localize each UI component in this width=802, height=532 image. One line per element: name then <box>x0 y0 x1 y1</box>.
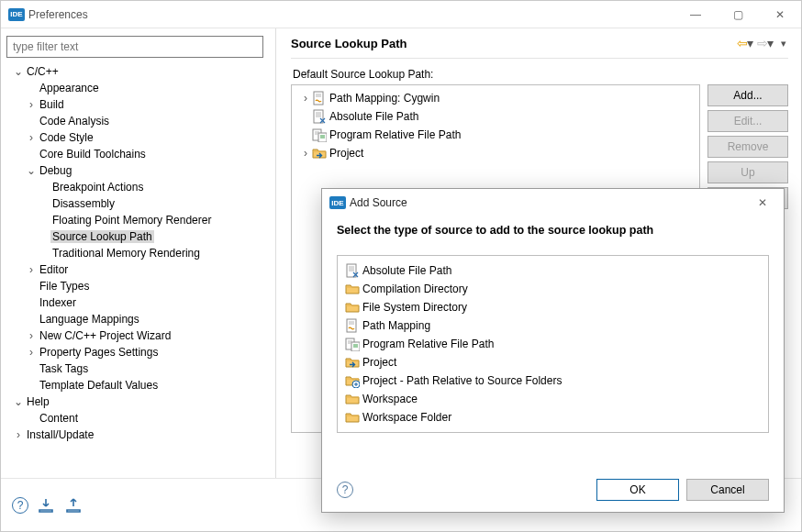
path-mapping-icon <box>312 91 327 105</box>
tree-label: Breakpoint Actions <box>50 181 145 194</box>
list-item[interactable]: Project - Path Relative to Source Folder… <box>343 371 763 390</box>
dialog-title: Add Source <box>350 196 741 209</box>
remove-button[interactable]: Remove <box>707 136 788 158</box>
list-label: Project <box>362 356 396 369</box>
tree-item-install-update[interactable]: ›Install/Update <box>6 427 266 443</box>
list-label: Project - Path Relative to Source Folder… <box>362 374 562 387</box>
add-button[interactable]: Add... <box>707 84 788 106</box>
tree-item-code-analysis[interactable]: Code Analysis <box>6 113 266 129</box>
tree-item-prop-pages[interactable]: ›Property Pages Settings <box>6 344 266 360</box>
expand-icon[interactable]: › <box>299 147 312 160</box>
preferences-tree[interactable]: ⌄C/C++ Appearance ›Build Code Analysis ›… <box>6 63 270 471</box>
tree-label: Indexer <box>38 296 78 309</box>
up-button[interactable]: Up <box>707 161 788 183</box>
tree-item-lang-mappings[interactable]: Language Mappings <box>6 311 266 327</box>
export-icon[interactable] <box>65 497 84 514</box>
tree-label: Template Default Values <box>38 379 160 392</box>
list-item[interactable]: ›Project <box>295 144 696 162</box>
expand-icon[interactable]: › <box>25 346 38 359</box>
list-item[interactable]: Program Relative File Path <box>295 126 696 144</box>
import-icon[interactable] <box>38 497 56 514</box>
tree-label: Floating Point Memory Renderer <box>50 214 213 227</box>
list-item[interactable]: Workspace <box>343 390 763 408</box>
expand-icon[interactable]: › <box>25 263 38 276</box>
tree-item-ccpp[interactable]: ⌄C/C++ <box>6 63 266 80</box>
forward-menu-icon[interactable]: ▾ <box>767 36 774 50</box>
list-item[interactable]: Program Relative File Path <box>343 335 763 353</box>
list-item[interactable]: File System Directory <box>343 298 763 316</box>
tree-label: Code Analysis <box>38 115 111 127</box>
preferences-window: IDE Preferences — ▢ ✕ ⌄C/C++ Appearance … <box>0 0 802 532</box>
file-path-icon <box>312 109 327 124</box>
list-item[interactable]: Compilation Directory <box>343 280 763 298</box>
list-item[interactable]: Path Mapping <box>343 316 763 335</box>
maximize-button[interactable]: ▢ <box>717 1 759 28</box>
list-item[interactable]: Absolute File Path <box>343 261 763 280</box>
tree-label: C/C++ <box>25 65 61 78</box>
tree-label: Language Mappings <box>38 313 141 326</box>
tree-item-appearance[interactable]: Appearance <box>6 80 266 96</box>
tree-label: Content <box>38 412 80 425</box>
dialog-titlebar[interactable]: IDE Add Source ✕ <box>322 189 784 216</box>
tree-item-new-proj-wizard[interactable]: ›New C/C++ Project Wizard <box>6 327 266 344</box>
list-label: Compilation Directory <box>362 283 468 295</box>
tree-item-content[interactable]: Content <box>6 410 266 427</box>
back-menu-icon[interactable]: ▾ <box>747 36 753 50</box>
list-label: Workspace Folder <box>362 411 451 424</box>
list-item[interactable]: Workspace Folder <box>343 408 763 427</box>
help-icon[interactable]: ? <box>337 482 353 498</box>
tree-item-indexer[interactable]: Indexer <box>6 294 266 311</box>
list-label: Absolute File Path <box>329 110 418 123</box>
tree-item-breakpoint-actions[interactable]: Breakpoint Actions <box>6 179 266 195</box>
program-relative-icon <box>345 337 360 351</box>
expand-icon[interactable]: › <box>299 92 312 105</box>
list-item[interactable]: ›Path Mapping: Cygwin <box>295 89 696 107</box>
tree-item-code-style[interactable]: ›Code Style <box>6 129 266 146</box>
filter-input[interactable] <box>6 36 263 58</box>
tree-label: Editor <box>38 263 70 276</box>
titlebar[interactable]: IDE Preferences — ▢ ✕ <box>1 1 801 28</box>
view-menu-icon[interactable]: ▾ <box>781 38 786 50</box>
edit-button[interactable]: Edit... <box>707 110 788 132</box>
tree-item-core-build[interactable]: Core Build Toolchains <box>6 146 266 162</box>
dialog-footer: ? OK Cancel <box>322 468 784 512</box>
expand-icon[interactable]: › <box>25 98 38 111</box>
tree-item-task-tags[interactable]: Task Tags <box>6 360 266 377</box>
app-icon: IDE <box>329 196 346 209</box>
expand-icon[interactable]: › <box>25 329 38 342</box>
help-icon[interactable]: ? <box>12 497 28 514</box>
expand-icon[interactable]: › <box>12 428 25 441</box>
tree-item-file-types[interactable]: File Types <box>6 278 266 294</box>
tree-item-disassembly[interactable]: Disassembly <box>6 195 266 212</box>
page-title: Source Lookup Path <box>291 37 737 50</box>
list-item[interactable]: Absolute File Path <box>295 107 696 126</box>
tree-label: Task Tags <box>38 362 90 375</box>
close-button[interactable]: ✕ <box>759 1 801 28</box>
app-icon: IDE <box>8 8 25 21</box>
ok-button[interactable]: OK <box>596 479 679 501</box>
cancel-button[interactable]: Cancel <box>686 479 769 501</box>
list-item[interactable]: Project <box>343 353 763 371</box>
program-relative-icon <box>312 127 327 142</box>
tree-item-trad-renderer[interactable]: Traditional Memory Rendering <box>6 245 266 261</box>
tree-item-editor[interactable]: ›Editor <box>6 261 266 278</box>
file-path-icon <box>345 263 360 278</box>
tree-item-template-defaults[interactable]: Template Default Values <box>6 377 266 393</box>
collapse-icon[interactable]: ⌄ <box>12 395 25 408</box>
project-relative-icon <box>345 373 360 388</box>
source-type-list[interactable]: Absolute File Path Compilation Directory… <box>337 255 769 433</box>
tree-item-fp-renderer[interactable]: Floating Point Memory Renderer <box>6 212 266 228</box>
minimize-button[interactable]: — <box>674 1 717 28</box>
list-label: Project <box>329 147 363 160</box>
tree-item-build[interactable]: ›Build <box>6 96 266 113</box>
collapse-icon[interactable]: ⌄ <box>12 65 25 78</box>
tree-label: File Types <box>38 280 91 293</box>
collapse-icon[interactable]: ⌄ <box>25 164 38 177</box>
list-label: Absolute File Path <box>362 264 451 277</box>
tree-item-debug[interactable]: ⌄Debug <box>6 162 266 179</box>
path-mapping-icon <box>345 318 360 333</box>
tree-item-help[interactable]: ⌄Help <box>6 393 266 410</box>
expand-icon[interactable]: › <box>25 131 38 144</box>
dialog-close-button[interactable]: ✕ <box>741 189 784 216</box>
tree-item-source-lookup[interactable]: Source Lookup Path <box>6 228 266 245</box>
